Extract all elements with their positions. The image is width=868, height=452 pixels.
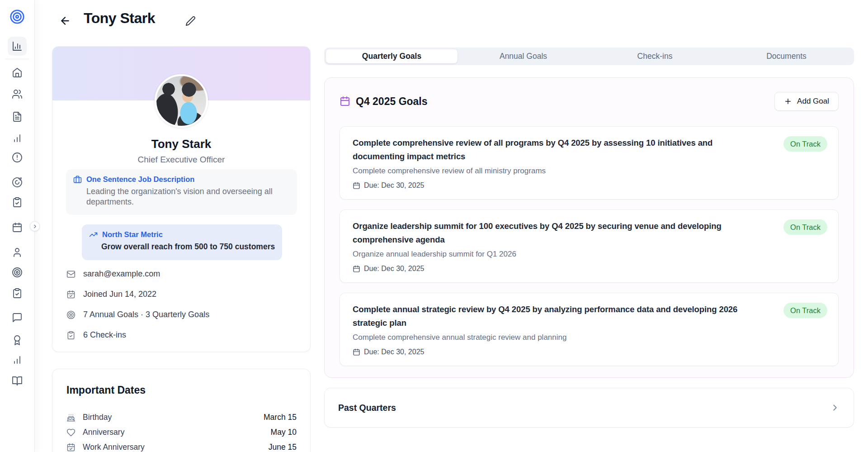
- award-icon: [12, 335, 23, 346]
- plus-icon: [784, 97, 792, 105]
- sidebar-item-goals[interactable]: [8, 263, 27, 282]
- briefcase-icon: [73, 175, 82, 184]
- add-goal-button[interactable]: Add Goal: [774, 92, 839, 111]
- clipboard-check-icon: [12, 288, 23, 299]
- past-quarters-title: Past Quarters: [338, 403, 396, 413]
- bar-chart-icon: [12, 354, 23, 365]
- goals-panel-header: Q4 2025 Goals Add Goal: [340, 92, 839, 111]
- date-label: Anniversary: [83, 428, 124, 437]
- north-star-label: North Star Metric: [102, 230, 163, 239]
- date-row-anniversary: Anniversary May 10: [66, 428, 297, 437]
- book-open-icon: [12, 376, 23, 386]
- avatar: [155, 74, 208, 128]
- important-dates-card: Important Dates Birthday March 15 Annive…: [52, 369, 311, 452]
- goal-due-text: Due: Dec 30, 2025: [364, 348, 424, 356]
- sidebar-item-profile[interactable]: [8, 243, 27, 262]
- profile-card: Tony Stark Chief Executive Officer One S…: [52, 46, 311, 352]
- status-badge: On Track: [783, 136, 827, 152]
- calendar-icon: [353, 182, 360, 190]
- date-value: May 10: [271, 428, 297, 437]
- users-icon: [12, 89, 23, 100]
- sidebar-item-awards[interactable]: [8, 331, 27, 350]
- chevron-right-icon: [32, 224, 38, 229]
- status-badge: On Track: [783, 219, 827, 235]
- trending-up-icon: [89, 230, 98, 239]
- sidebar-item-reports[interactable]: [8, 350, 27, 369]
- goal-card[interactable]: Complete annual strategic review by Q4 2…: [340, 293, 839, 366]
- date-label: Work Anniversary: [83, 442, 145, 452]
- sidebar-item-alerts[interactable]: [8, 148, 27, 167]
- goals-summary-value: 7 Annual Goals · 3 Quarterly Goals: [83, 310, 209, 319]
- checkins-summary-value: 6 Check-ins: [83, 330, 126, 340]
- sidebar-item-people[interactable]: [8, 85, 27, 104]
- joined-value: Joined Jun 14, 2022: [83, 290, 156, 299]
- arrow-left-icon: [59, 15, 71, 27]
- sidebar-divider: [5, 59, 29, 59]
- tab-check-ins[interactable]: Check-ins: [589, 49, 721, 63]
- calendar-check-icon: [66, 290, 75, 299]
- email-value: sarah@example.com: [83, 269, 160, 279]
- file-text-icon: [12, 111, 23, 122]
- goal-description: Complete comprehensive review of all min…: [353, 166, 826, 176]
- profile-role: Chief Executive Officer: [52, 155, 310, 165]
- tab-documents[interactable]: Documents: [721, 49, 852, 63]
- goal-card[interactable]: Complete comprehensive review of all pro…: [340, 126, 839, 200]
- sidebar-item-checkins[interactable]: [8, 284, 27, 303]
- user-icon: [12, 247, 23, 258]
- sidebar-item-analytics[interactable]: [8, 128, 27, 147]
- main-content: Tony Stark Tony Stark Chief Executive Of…: [35, 0, 868, 452]
- date-row-work-anniversary: Work Anniversary June 15: [66, 442, 297, 452]
- sidebar-expand-button[interactable]: [30, 221, 40, 231]
- email-row: sarah@example.com: [66, 269, 160, 279]
- bar-chart-icon: [12, 133, 23, 143]
- calendar-icon: [353, 265, 360, 273]
- goal-due-text: Due: Dec 30, 2025: [364, 181, 424, 190]
- goal-card[interactable]: Organize leadership summit for 100 execu…: [340, 209, 839, 283]
- quarterly-goals-panel: Q4 2025 Goals Add Goal Complete comprehe…: [324, 77, 854, 378]
- back-button[interactable]: [59, 15, 71, 27]
- heart-icon: [66, 428, 75, 437]
- goals-panel-title: Q4 2025 Goals: [356, 95, 428, 108]
- sidebar-item-messages[interactable]: [8, 308, 27, 327]
- profile-name: Tony Stark: [52, 137, 310, 151]
- calendar-icon: [353, 348, 360, 356]
- date-value: March 15: [264, 413, 297, 422]
- sidebar-item-documents[interactable]: [8, 107, 27, 126]
- goal-title: Organize leadership summit for 100 execu…: [353, 219, 826, 247]
- clipboard-check-icon: [12, 197, 23, 208]
- goal-due-row: Due: Dec 30, 2025: [353, 181, 826, 190]
- edit-name-button[interactable]: [185, 16, 196, 26]
- page-title: Tony Stark: [84, 10, 155, 27]
- mail-icon: [66, 270, 75, 279]
- tab-quarterly-goals[interactable]: Quarterly Goals: [326, 49, 458, 63]
- message-square-icon: [12, 312, 23, 323]
- past-quarters-card[interactable]: Past Quarters: [324, 388, 854, 428]
- goal-description: Complete comprehensive annual strategic …: [353, 333, 826, 343]
- sidebar-item-library[interactable]: [8, 371, 27, 390]
- sidebar-item-calendar[interactable]: [8, 218, 27, 237]
- joined-row: Joined Jun 14, 2022: [66, 290, 156, 299]
- sidebar-item-insights[interactable]: [8, 37, 27, 56]
- profile-tabs: Quarterly Goals Annual Goals Check-ins D…: [324, 48, 854, 65]
- chevron-right-icon: [830, 403, 840, 413]
- sidebar-item-tasks[interactable]: [8, 193, 27, 212]
- job-description-text: Leading the organization's vision and ov…: [73, 186, 290, 207]
- date-label: Birthday: [83, 413, 112, 422]
- goal-due-row: Due: Dec 30, 2025: [353, 265, 826, 273]
- calendar-icon: [340, 96, 350, 107]
- goals-summary-row: 7 Annual Goals · 3 Quarterly Goals: [66, 310, 209, 319]
- sidebar-item-performance[interactable]: [8, 173, 27, 192]
- alert-circle-icon: [12, 152, 23, 163]
- status-badge: On Track: [783, 303, 827, 318]
- cake-icon: [66, 413, 75, 422]
- sidebar-item-home[interactable]: [8, 63, 27, 82]
- pencil-icon: [185, 16, 196, 26]
- app-logo-target-icon[interactable]: [9, 9, 25, 24]
- calendar-icon: [12, 222, 23, 233]
- goal-description: Organize annual leadership summit for Q1…: [353, 249, 826, 259]
- home-icon: [12, 67, 23, 78]
- goal-due-row: Due: Dec 30, 2025: [353, 348, 826, 356]
- north-star-text: Grow overall reach from 500 to 750 custo…: [89, 242, 275, 252]
- add-goal-label: Add Goal: [797, 97, 829, 106]
- tab-annual-goals[interactable]: Annual Goals: [458, 49, 589, 63]
